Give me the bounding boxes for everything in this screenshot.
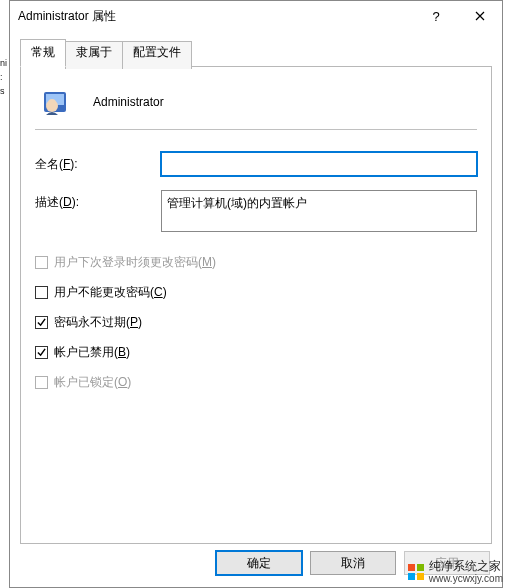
checkbox-icon — [35, 346, 48, 359]
watermark-logo-icon — [407, 563, 425, 581]
checkbox-icon — [35, 256, 48, 269]
properties-dialog: Administrator 属性 ? 常规 隶属于 配置文件 — [9, 0, 503, 588]
tab-strip: 常规 隶属于 配置文件 — [20, 39, 492, 67]
full-name-label: 全名(F): — [35, 152, 161, 173]
checkbox-account-disabled[interactable]: 帐户已禁用(B) — [35, 344, 477, 361]
full-name-row: 全名(F): — [35, 152, 477, 176]
description-row: 描述(D): 管理计算机(域)的内置帐户 — [35, 190, 477, 232]
divider — [35, 129, 477, 130]
tab-profile[interactable]: 配置文件 — [122, 41, 192, 69]
background-fragment: ni : s — [0, 0, 9, 588]
description-input[interactable]: 管理计算机(域)的内置帐户 — [161, 190, 477, 232]
svg-rect-7 — [417, 573, 424, 580]
checkbox-icon — [35, 286, 48, 299]
options-group: 用户下次登录时须更改密码(M) 用户不能更改密码(C) 密码永不过期(P) 帐户… — [35, 254, 477, 391]
tab-member-of[interactable]: 隶属于 — [65, 41, 123, 69]
cancel-button[interactable]: 取消 — [310, 551, 396, 575]
user-header: Administrator — [35, 85, 477, 119]
close-button[interactable] — [458, 1, 502, 31]
full-name-input[interactable] — [161, 152, 477, 176]
watermark-name: 纯净系统之家 — [429, 560, 503, 573]
checkbox-icon — [35, 376, 48, 389]
svg-rect-5 — [417, 564, 424, 571]
dialog-content: 常规 隶属于 配置文件 Administrator — [10, 31, 502, 539]
titlebar: Administrator 属性 ? — [10, 1, 502, 31]
checkbox-account-locked: 帐户已锁定(O) — [35, 374, 477, 391]
checkbox-icon — [35, 316, 48, 329]
user-icon — [39, 85, 73, 119]
checkbox-password-never-expires[interactable]: 密码永不过期(P) — [35, 314, 477, 331]
window-title: Administrator 属性 — [18, 8, 116, 25]
watermark-url: www.ycwxjy.com — [429, 573, 503, 584]
tab-panel-general: Administrator 全名(F): 描述(D): 管理计算机(域)的内置帐… — [20, 66, 492, 544]
help-icon: ? — [432, 9, 439, 24]
context-help-button[interactable]: ? — [414, 1, 458, 31]
svg-point-3 — [48, 99, 56, 107]
tab-general[interactable]: 常规 — [20, 39, 66, 67]
watermark: 纯净系统之家 www.ycwxjy.com — [407, 560, 503, 584]
checkbox-cannot-change-password[interactable]: 用户不能更改密码(C) — [35, 284, 477, 301]
svg-rect-6 — [408, 573, 415, 580]
close-icon — [475, 11, 485, 21]
checkbox-must-change-password: 用户下次登录时须更改密码(M) — [35, 254, 477, 271]
description-label: 描述(D): — [35, 190, 161, 211]
ok-button[interactable]: 确定 — [216, 551, 302, 575]
svg-rect-4 — [408, 564, 415, 571]
username-label: Administrator — [93, 95, 164, 109]
